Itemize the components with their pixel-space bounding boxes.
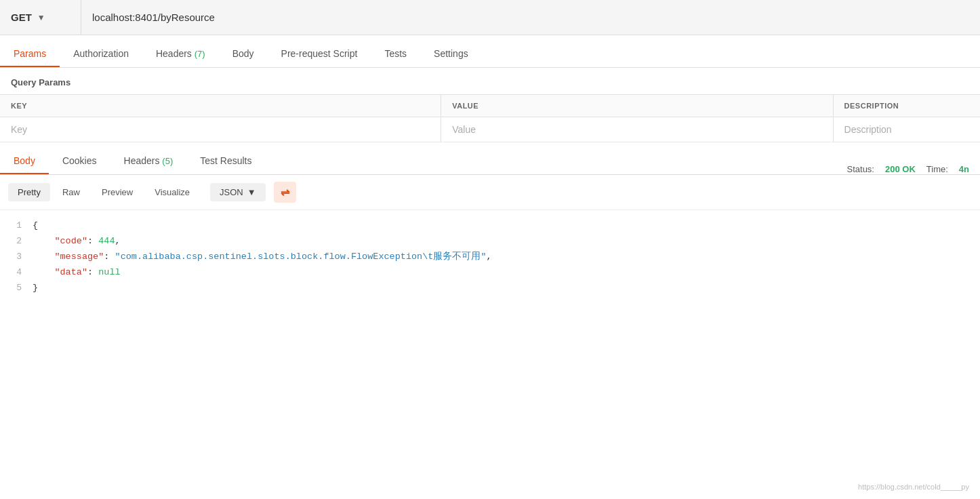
method-select[interactable]: GET ▼ — [0, 0, 81, 35]
url-input[interactable] — [81, 12, 980, 23]
code-line-3: 3 "message": "com.alibaba.csp.sentinel.s… — [0, 250, 980, 265]
url-bar: GET ▼ — [0, 0, 980, 35]
method-chevron: ▼ — [37, 13, 45, 22]
code-line-4: 4 "data": null — [0, 265, 980, 281]
response-tab-test-results[interactable]: Test Results — [186, 147, 265, 174]
code-area: 1 { 2 "code": 444, 3 "message": "com.ali… — [0, 210, 980, 304]
tab-pre-request-script[interactable]: Pre-request Script — [268, 40, 371, 67]
time-value: 4n — [959, 164, 969, 174]
time-label: Time: — [926, 164, 948, 174]
request-tabs: Params Authorization Headers (7) Body Pr… — [0, 35, 980, 68]
tab-settings[interactable]: Settings — [420, 40, 482, 67]
tab-body[interactable]: Body — [219, 40, 268, 67]
tab-tests[interactable]: Tests — [371, 40, 420, 67]
response-tab-headers[interactable]: Headers (5) — [110, 147, 187, 174]
tab-authorization[interactable]: Authorization — [60, 40, 142, 67]
col-header-key: KEY — [0, 95, 441, 117]
col-header-value: VALUE — [441, 95, 833, 117]
view-pretty[interactable]: Pretty — [8, 183, 50, 201]
body-toolbar: Pretty Raw Preview Visualize JSON ▼ ⇌ — [0, 175, 980, 210]
key-cell[interactable]: Key — [0, 117, 441, 142]
query-params-label: Query Params — [0, 68, 980, 94]
response-status: Status: 200 OK Time: 4n — [836, 164, 980, 174]
tab-headers[interactable]: Headers (7) — [142, 40, 219, 67]
desc-cell[interactable]: Description — [833, 117, 980, 142]
status-label: Status: — [847, 164, 874, 174]
code-line-2: 2 "code": 444, — [0, 234, 980, 250]
format-select[interactable]: JSON ▼ — [210, 183, 266, 201]
method-label: GET — [11, 12, 32, 23]
tab-params[interactable]: Params — [0, 40, 60, 67]
format-label: JSON — [220, 187, 243, 197]
response-tab-cookies[interactable]: Cookies — [49, 147, 110, 174]
code-line-1: 1 { — [0, 218, 980, 234]
response-tab-body[interactable]: Body — [0, 147, 49, 174]
status-value: 200 OK — [885, 164, 916, 174]
value-cell[interactable]: Value — [441, 117, 833, 142]
wrap-button[interactable]: ⇌ — [274, 182, 296, 203]
col-header-desc: DESCRIPTION — [833, 95, 980, 117]
view-visualize[interactable]: Visualize — [145, 183, 199, 201]
params-table: KEY VALUE DESCRIPTION Key Value Descript… — [0, 94, 980, 142]
code-line-5: 5 } — [0, 281, 980, 296]
wrap-icon: ⇌ — [281, 186, 289, 199]
format-chevron: ▼ — [247, 187, 256, 197]
view-preview[interactable]: Preview — [92, 183, 142, 201]
response-tabs: Body Cookies Headers (5) Test Results St… — [0, 142, 980, 175]
table-row: Key Value Description — [0, 117, 980, 142]
view-raw[interactable]: Raw — [53, 183, 89, 201]
